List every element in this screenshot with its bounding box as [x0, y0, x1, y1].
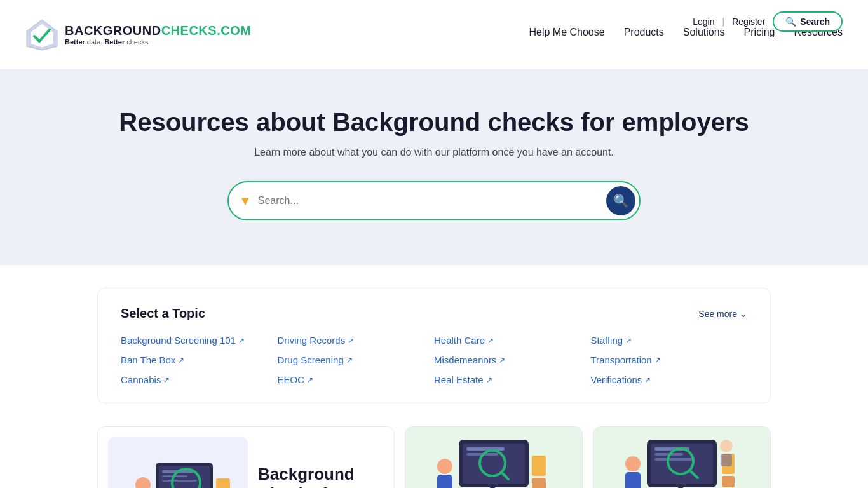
svg-rect-44	[721, 454, 732, 466]
topic-col-2: Driving Records ↗ Drug Screening ↗ EEOC …	[278, 335, 435, 385]
external-link-icon: ↗	[238, 336, 245, 345]
card-main-content: Background Checks for Employers	[258, 452, 394, 488]
svg-point-43	[720, 440, 733, 452]
header: BACKGROUNDCHECKS.COM Better data. Better…	[0, 0, 868, 70]
chevron-down-icon: ⌄	[740, 309, 747, 319]
external-link-icon: ↗	[307, 376, 313, 384]
external-link-icon: ↗	[654, 356, 661, 365]
svg-rect-34	[654, 458, 693, 461]
logo-icon	[25, 18, 58, 51]
hero-subtitle: Learn more about what you can do with ou…	[25, 147, 843, 158]
cards-section: Background Checks for Employers	[97, 426, 771, 488]
card-main-title: Background Checks for Employers	[258, 464, 381, 488]
logo-tagline: Better data. Better checks	[65, 38, 251, 46]
topic-col-3: Health Care ↗ Misdemeanors ↗ Real Estate…	[434, 335, 591, 385]
topic-col-1: Background Screening 101 ↗ Ban The Box ↗…	[121, 335, 278, 385]
topic-verifications[interactable]: Verifications ↗	[591, 374, 748, 385]
search-icon: 🔍	[613, 193, 629, 208]
see-more-link[interactable]: See more ⌄	[698, 309, 747, 319]
hero-search-button[interactable]: 🔍	[606, 186, 635, 215]
illustration-svg	[118, 444, 238, 488]
external-link-icon: ↗	[163, 376, 170, 384]
auth-divider: |	[722, 17, 725, 27]
top-auth: Login | Register 🔍 Search	[693, 11, 843, 32]
svg-rect-27	[532, 456, 546, 476]
hero-search-bar: ▼ 🔍	[227, 181, 641, 220]
topic-drug-screening[interactable]: Drug Screening ↗	[278, 355, 435, 365]
svg-rect-42	[722, 476, 735, 487]
logo-text: BACKGROUNDCHECKS.COM Better data. Better…	[65, 24, 251, 46]
external-link-icon: ↗	[499, 356, 505, 365]
topic-background-screening-101[interactable]: Background Screening 101 ↗	[121, 335, 278, 346]
external-link-icon: ↗	[178, 356, 184, 365]
topic-health-care[interactable]: Health Care ↗	[434, 335, 591, 346]
external-link-icon: ↗	[346, 356, 353, 365]
external-link-icon: ↗	[625, 336, 632, 345]
topics-header: Select a Topic See more ⌄	[121, 306, 747, 321]
topic-transportation[interactable]: Transportation ↗	[591, 355, 748, 365]
topic-eeoc[interactable]: EEOC ↗	[278, 374, 435, 385]
header-search-button[interactable]: 🔍 Search	[773, 11, 843, 32]
svg-rect-24	[437, 475, 452, 488]
login-link[interactable]: Login	[693, 17, 714, 27]
nav-products[interactable]: Products	[624, 27, 664, 41]
svg-rect-38	[625, 472, 641, 488]
topic-cannabis[interactable]: Cannabis ↗	[121, 374, 278, 385]
external-link-icon: ↗	[487, 336, 494, 345]
topic-driving-records[interactable]: Driving Records ↗	[278, 335, 435, 346]
svg-rect-28	[532, 478, 546, 488]
logo-brand: BACKGROUNDCHECKS.COM	[65, 24, 251, 38]
card-main[interactable]: Background Checks for Employers	[97, 426, 395, 488]
svg-point-37	[625, 456, 641, 471]
svg-rect-7	[162, 480, 197, 482]
topic-staffing[interactable]: Staffing ↗	[591, 335, 748, 346]
search-icon: 🔍	[785, 17, 796, 27]
blog1-image: Blog Post	[405, 427, 582, 488]
external-link-icon: ↗	[644, 376, 651, 384]
register-link[interactable]: Register	[732, 17, 765, 27]
main-card-illustration	[108, 437, 248, 488]
topics-title: Select a Topic	[121, 306, 205, 321]
topic-misdemeanors[interactable]: Misdemeanors ↗	[434, 355, 591, 365]
external-link-icon: ↗	[348, 336, 354, 345]
topics-section: Select a Topic See more ⌄ Background Scr…	[97, 288, 771, 403]
nav-help-me-choose[interactable]: Help Me Choose	[529, 27, 604, 41]
external-link-icon: ↗	[486, 376, 492, 384]
filter-icon: ▼	[239, 194, 252, 208]
svg-rect-14	[216, 478, 230, 488]
logo: BACKGROUNDCHECKS.COM Better data. Better…	[25, 18, 251, 51]
svg-point-23	[437, 459, 452, 474]
blog2-image: Blog Post	[593, 427, 770, 488]
topic-col-4: Staffing ↗ Transportation ↗ Verification…	[591, 335, 748, 385]
card-blog-1[interactable]: Blog Post All About Background	[405, 426, 583, 488]
hero-title: Resources about Background checks for em…	[25, 108, 843, 137]
topic-real-estate[interactable]: Real Estate ↗	[434, 374, 591, 385]
topic-ban-the-box[interactable]: Ban The Box ↗	[121, 355, 278, 365]
hero-section: Resources about Background checks for em…	[0, 70, 868, 265]
svg-rect-19	[466, 447, 505, 451]
topics-grid: Background Screening 101 ↗ Ban The Box ↗…	[121, 335, 747, 385]
hero-search-input[interactable]	[258, 195, 606, 207]
card-blog-2[interactable]: Blog Post Is This Background Check	[593, 426, 771, 488]
